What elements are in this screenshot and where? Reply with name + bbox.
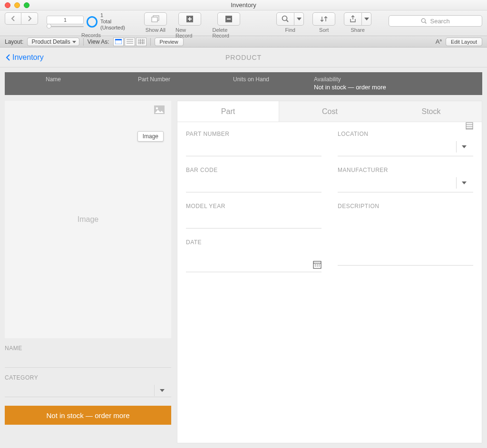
part-number-field[interactable] [186, 137, 321, 156]
title-bar: Inventory [0, 0, 487, 10]
stock-status-button[interactable]: Not in stock — order more [5, 406, 171, 425]
tab-part[interactable]: Part [177, 101, 279, 122]
magnifier-icon [421, 18, 427, 24]
view-as-label: View As: [88, 38, 109, 45]
manufacturer-field[interactable] [338, 173, 473, 192]
tabs: Part Cost Stock [177, 101, 482, 122]
table-view-icon [138, 39, 145, 44]
share-icon [350, 15, 356, 23]
delete-record-button[interactable] [217, 12, 240, 26]
banner-part-label: Part Number [138, 76, 224, 83]
minus-box-icon [225, 15, 233, 23]
image-icon [154, 105, 165, 114]
layout-select[interactable]: Product Details [27, 38, 79, 46]
magnifier-icon [282, 15, 289, 23]
zoom-window-button[interactable] [24, 2, 29, 8]
chevron-down-icon [462, 145, 467, 148]
minimize-window-button[interactable] [14, 2, 20, 8]
find-label: Find [285, 27, 295, 33]
show-all-button[interactable] [144, 12, 167, 26]
banner-name-label: Name [46, 76, 128, 83]
records-group: 1 1 Total (Unsorted) Records [47, 12, 136, 38]
new-record-button[interactable] [178, 12, 201, 26]
page-title: PRODUCT [0, 54, 487, 61]
records-count-text: 1 Total (Unsorted) [100, 12, 136, 31]
banner-avail-value: Not in stock — order more [314, 84, 482, 91]
category-dropdown-button[interactable] [154, 385, 169, 396]
description-label: DESCRIPTION [338, 203, 473, 210]
show-all-label: Show All [146, 27, 166, 33]
toolbar: 1 1 Total (Unsorted) Records Show All [0, 10, 487, 36]
tab-stock[interactable]: Stock [380, 101, 482, 122]
back-link-label: Inventory [12, 53, 44, 62]
svg-point-4 [282, 16, 287, 21]
share-button[interactable] [344, 12, 371, 26]
layout-select-value: Product Details [31, 38, 70, 45]
tab-cost[interactable]: Cost [279, 101, 380, 122]
new-record-label: New Record [175, 27, 204, 38]
name-field[interactable] [5, 352, 171, 368]
bar-code-label: BAR CODE [186, 167, 321, 173]
back-link[interactable]: Inventory [6, 53, 44, 62]
edit-layout-button[interactable]: Edit Layout [446, 38, 482, 46]
list-view-icon [127, 39, 133, 44]
description-field[interactable] [338, 210, 473, 266]
left-pane: Image Image NAME CATEGORY Not in stock —… [5, 101, 171, 443]
breadcrumb: Inventory PRODUCT [0, 48, 487, 67]
search-input[interactable]: Search [389, 15, 482, 27]
traffic-lights [5, 2, 29, 8]
prev-record-button[interactable] [5, 12, 21, 25]
next-record-button[interactable] [21, 12, 38, 25]
record-slider[interactable] [47, 25, 84, 28]
manufacturer-dropdown-button[interactable] [456, 177, 471, 189]
image-placeholder-text: Image [78, 215, 98, 224]
sort-icon [320, 15, 328, 23]
view-table-button[interactable] [136, 38, 146, 46]
popover-icon[interactable] [466, 122, 473, 130]
image-container[interactable]: Image Image [5, 101, 171, 338]
part-number-label: PART NUMBER [186, 131, 321, 137]
sort-button[interactable] [312, 12, 335, 26]
name-field-label: NAME [5, 345, 171, 352]
image-tooltip: Image [137, 131, 164, 142]
view-list-button[interactable] [125, 38, 135, 46]
share-label: Share [351, 27, 365, 33]
stack-icon [151, 15, 160, 23]
bar-code-field[interactable] [186, 173, 321, 192]
date-field[interactable] [186, 246, 321, 272]
svg-rect-7 [115, 39, 122, 40]
svg-rect-1 [152, 17, 157, 22]
formatting-bar-toggle[interactable]: Aa [436, 38, 442, 45]
search-placeholder: Search [430, 18, 449, 25]
plus-box-icon [186, 15, 194, 23]
model-year-field[interactable] [186, 210, 321, 229]
chevron-down-icon [364, 18, 369, 20]
chevron-down-icon [297, 18, 302, 20]
find-button[interactable] [276, 12, 304, 26]
calendar-icon[interactable] [313, 260, 321, 269]
location-field[interactable] [338, 137, 473, 156]
view-form-button[interactable] [113, 38, 124, 46]
layout-label: Layout: [5, 38, 23, 45]
category-field-label: CATEGORY [5, 374, 171, 381]
category-field[interactable] [5, 381, 171, 397]
date-label: DATE [186, 239, 321, 246]
summary-banner: Name Part Number Units on Hand Availabil… [5, 72, 482, 95]
form-view-icon [115, 39, 122, 44]
preview-button[interactable]: Preview [155, 38, 184, 46]
pie-chart-icon[interactable] [87, 16, 97, 28]
chevron-right-icon [28, 16, 32, 21]
chevron-down-icon [462, 181, 467, 184]
location-label: LOCATION [338, 131, 473, 137]
divider [150, 38, 151, 46]
current-record-display[interactable]: 1 [47, 16, 84, 24]
close-window-button[interactable] [5, 2, 10, 8]
records-label: Records [81, 32, 101, 38]
banner-units-label: Units on Hand [233, 76, 304, 83]
form-grid: PART NUMBER BAR CODE MODEL YEAR DATE [177, 122, 482, 283]
model-year-label: MODEL YEAR [186, 203, 321, 210]
content-area: Image Image NAME CATEGORY Not in stock —… [0, 95, 487, 448]
location-dropdown-button[interactable] [456, 141, 471, 153]
right-pane: Part Cost Stock PART NUMBER BAR CODE MOD… [177, 101, 482, 443]
delete-record-label: Delete Record [212, 27, 245, 38]
